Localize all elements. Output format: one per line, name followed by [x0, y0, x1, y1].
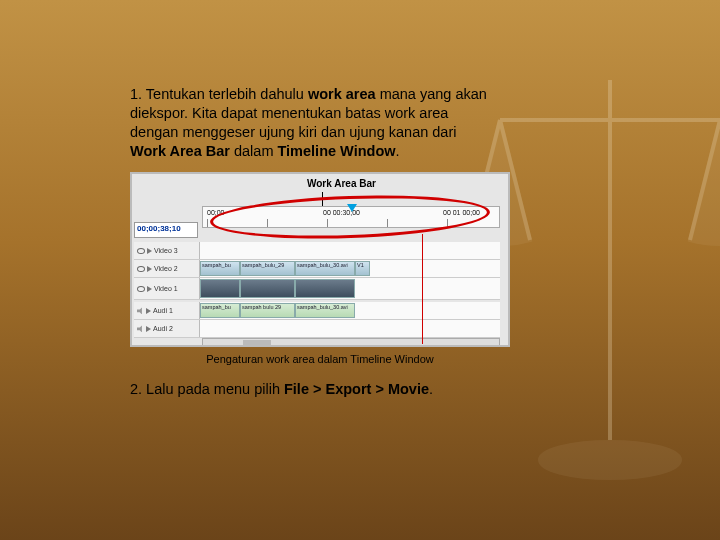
eye-icon[interactable] — [137, 286, 145, 292]
playhead-line[interactable] — [422, 234, 423, 344]
step2-suffix: . — [429, 381, 433, 397]
svg-line-4 — [690, 120, 720, 240]
track-label-v2: Video 2 — [154, 265, 178, 272]
track-video1[interactable]: Video 1 — [134, 278, 500, 300]
horizontal-scrollbar[interactable] — [202, 338, 500, 347]
expand-icon[interactable] — [146, 326, 151, 332]
svg-point-6 — [540, 442, 680, 478]
step1-prefix: 1. Tentukan terlebih dahulu — [130, 86, 308, 102]
timecode-display[interactable]: 00;00;38;10 — [134, 222, 198, 238]
step2-bold: File > Export > Movie — [284, 381, 429, 397]
track-audio2[interactable]: Audi 2 — [134, 320, 500, 338]
expand-icon[interactable] — [147, 266, 152, 272]
speaker-icon[interactable] — [137, 307, 144, 314]
track-video3[interactable]: Video 3 — [134, 242, 500, 260]
speaker-icon[interactable] — [137, 325, 144, 332]
clip[interactable]: sampah_bulu_30.avi — [295, 261, 355, 276]
clip[interactable]: sampah_bu — [200, 261, 240, 276]
eye-icon[interactable] — [137, 266, 145, 272]
expand-icon[interactable] — [147, 286, 152, 292]
track-audio1[interactable]: Audi 1 sampah_bu sampah bulu 29 sampah_b… — [134, 302, 500, 320]
track-video2[interactable]: Video 2 sampah_bu sampah_bulu_29 sampah_… — [134, 260, 500, 278]
figure-caption: Pengaturan work area dalam Timeline Wind… — [130, 353, 510, 365]
slide-content: 1. Tentukan terlebih dahulu work area ma… — [130, 85, 610, 397]
step1-suffix: . — [396, 143, 400, 159]
track-label-a2: Audi 2 — [153, 325, 173, 332]
annotation-circle — [209, 192, 490, 244]
clip[interactable]: sampah_bu — [200, 303, 240, 318]
track-label-v3: Video 3 — [154, 247, 178, 254]
step-1-text: 1. Tentukan terlebih dahulu work area ma… — [130, 85, 610, 160]
track-label-a1: Audi 1 — [153, 307, 173, 314]
scrollbar-thumb[interactable] — [243, 340, 271, 345]
track-label-v1: Video 1 — [154, 285, 178, 292]
step-2-text: 2. Lalu pada menu pilih File > Export > … — [130, 381, 610, 397]
step1-bold2: Work Area Bar — [130, 143, 230, 159]
clip[interactable]: sampah bulu 29 — [240, 303, 295, 318]
clip[interactable]: sampah_bulu_30.avi — [295, 303, 355, 318]
clip[interactable]: sampah_bulu_29 — [240, 261, 295, 276]
step1-mid2: dalam — [230, 143, 278, 159]
step2-prefix: 2. Lalu pada menu pilih — [130, 381, 284, 397]
clip-thumb[interactable] — [240, 279, 295, 298]
eye-icon[interactable] — [137, 248, 145, 254]
expand-icon[interactable] — [146, 308, 151, 314]
clip-thumb[interactable] — [295, 279, 355, 298]
clip[interactable]: V1 — [355, 261, 370, 276]
timeline-screenshot: Work Area Bar 00;00 00 00:30;00 00 01 00… — [130, 172, 510, 347]
clip-thumb[interactable] — [200, 279, 240, 298]
expand-icon[interactable] — [147, 248, 152, 254]
step1-bold1: work area — [308, 86, 376, 102]
work-area-bar-label: Work Area Bar — [307, 178, 376, 189]
step1-bold3: Timeline Window — [278, 143, 396, 159]
